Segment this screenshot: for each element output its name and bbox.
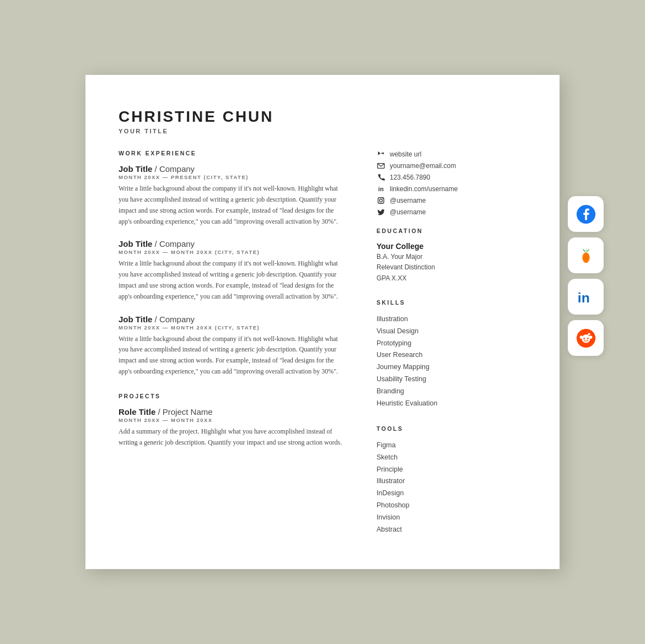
job-entry: Job Title / Company MONTH 20XX — MONTH 2… [119, 239, 343, 302]
phone-icon [377, 173, 385, 182]
linkedin-contact-icon: in [377, 185, 385, 193]
svg-point-3 [383, 198, 383, 199]
reddit-icon-card[interactable] [568, 320, 604, 356]
svg-point-14 [589, 335, 592, 339]
skill-visual-design: Visual Design [377, 326, 526, 338]
page-wrapper: CHRISTINE CHUN YOUR TITLE WORK EXPERIENC… [85, 75, 560, 569]
job-title-3: Job Title / Company [119, 315, 343, 324]
job-date-3: MONTH 20XX — MONTH 20XX (CITY, STATE) [119, 324, 343, 331]
contact-list: website url yourname@email.com [377, 150, 526, 217]
tool-illustrator: Illustrator [377, 475, 526, 488]
work-experience-header: WORK EXPERIENCE [119, 150, 343, 156]
svg-point-13 [579, 335, 583, 339]
skill-user-research: User Research [377, 349, 526, 361]
contact-email: yourname@email.com [377, 161, 526, 170]
resume-card: CHRISTINE CHUN YOUR TITLE WORK EXPERIENC… [85, 75, 560, 569]
tool-indesign: InDesign [377, 488, 526, 500]
contact-instagram: @username [377, 196, 526, 205]
edu-college: Your College [377, 242, 526, 251]
tool-figma: Figma [377, 440, 526, 452]
job-date-2: MONTH 20XX — MONTH 20XX (CITY, STATE) [119, 249, 343, 255]
resume-title: YOUR TITLE [119, 128, 526, 134]
twitter-icon [377, 208, 385, 217]
resume-name: CHRISTINE CHUN [119, 108, 526, 126]
resume-body: WORK EXPERIENCE Job Title / Company MONT… [119, 150, 526, 536]
projects-header: PROJECTS [119, 393, 343, 399]
tool-invision: Invision [377, 512, 526, 524]
contact-twitter: @username [377, 208, 526, 217]
skill-branding: Branding [377, 386, 526, 398]
svg-point-9 [583, 338, 585, 339]
svg-point-8 [582, 334, 590, 343]
project-title: Role Title / Project Name [119, 407, 343, 416]
skills-header: SKILLS [377, 299, 526, 306]
skill-usability-testing: Usability Testing [377, 374, 526, 386]
social-icons-panel: in [568, 196, 604, 356]
contact-phone: 123.456.7890 [377, 173, 526, 182]
svg-text:in: in [577, 290, 589, 305]
tools-header: TOOLS [377, 425, 526, 432]
job-desc-1: Write a little background about the comp… [119, 183, 343, 227]
skills-list: Illustration Visual Design Prototyping U… [377, 313, 526, 410]
skill-prototyping: Prototyping [377, 338, 526, 350]
job-entry: Job Title / Company MONTH 20XX — MONTH 2… [119, 315, 343, 377]
tool-principle: Principle [377, 464, 526, 476]
project-desc: Add a summary of the project. Highlight … [119, 426, 343, 448]
left-column: WORK EXPERIENCE Job Title / Company MONT… [119, 150, 343, 536]
right-column: website url yourname@email.com [366, 150, 526, 536]
job-desc-3: Write a little background about the comp… [119, 334, 343, 377]
tool-abstract: Abstract [377, 524, 526, 536]
skill-illustration: Illustration [377, 313, 526, 326]
job-title-2: Job Title / Company [119, 239, 343, 248]
tool-sketch: Sketch [377, 452, 526, 464]
svg-point-10 [587, 338, 588, 339]
contact-website: website url [377, 150, 526, 159]
job-entry: Job Title / Company MONTH 20XX — PRESENT… [119, 164, 343, 227]
contact-linkedin: in linkedin.com/username [377, 185, 526, 193]
edu-degree: B.A. Your Major Relevant Distinction GPA… [377, 252, 526, 284]
carrot-icon-card[interactable] [568, 237, 604, 273]
svg-point-2 [379, 199, 382, 202]
svg-point-11 [588, 333, 590, 335]
facebook-icon-card[interactable] [568, 196, 604, 232]
tools-list: Figma Sketch Principle Illustrator InDes… [377, 440, 526, 536]
instagram-icon [377, 196, 385, 205]
education-header: EDUCATION [377, 228, 526, 234]
skill-heuristic-evaluation: Heuristic Evaluation [377, 398, 526, 410]
svg-point-5 [582, 252, 589, 263]
project-entry: Role Title / Project Name MONTH 20XX — M… [119, 407, 343, 448]
header-area: CHRISTINE CHUN YOUR TITLE [119, 108, 526, 134]
website-icon [377, 150, 385, 159]
job-date-1: MONTH 20XX — PRESENT (CITY, STATE) [119, 174, 343, 180]
tool-photoshop: Photoshop [377, 500, 526, 512]
project-date: MONTH 20XX — MONTH 20XX [119, 417, 343, 423]
skill-journey-mapping: Journey Mapping [377, 361, 526, 374]
job-desc-2: Write a little background about the comp… [119, 258, 343, 302]
job-title-1: Job Title / Company [119, 164, 343, 174]
linkedin-icon-card[interactable]: in [568, 279, 604, 315]
email-icon [377, 161, 385, 170]
